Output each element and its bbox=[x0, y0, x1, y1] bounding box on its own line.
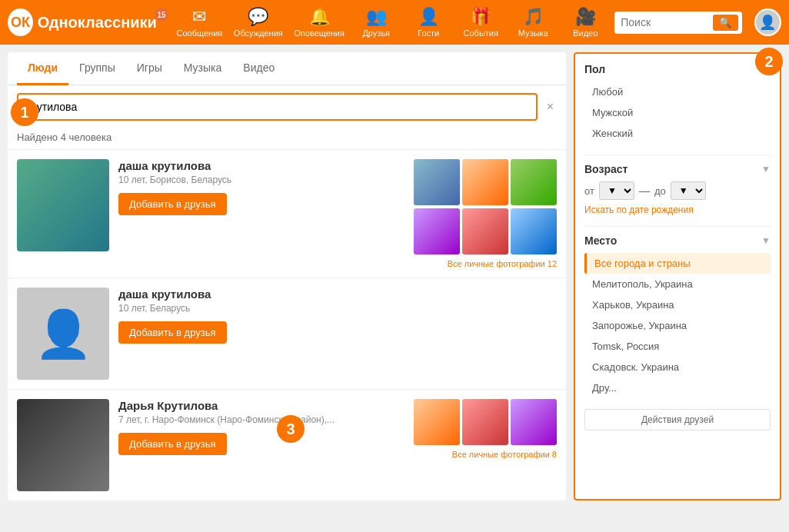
nav-friends-label: Друзья bbox=[362, 28, 390, 38]
person-avatar-1 bbox=[17, 159, 109, 251]
photo-thumb bbox=[462, 399, 508, 445]
age-from-select[interactable]: ▼ bbox=[599, 181, 634, 200]
photos-link-1[interactable]: Все личные фотографии 12 bbox=[448, 259, 557, 268]
divider-1 bbox=[584, 155, 771, 155]
photo-thumb bbox=[414, 208, 460, 254]
nav-guests-label: Гости bbox=[418, 28, 439, 38]
age-to-label: до bbox=[654, 185, 666, 197]
age-to-select[interactable]: ▼ bbox=[671, 181, 706, 200]
music-icon: 🎵 bbox=[523, 7, 544, 27]
gender-filter-header: Пол ▼ bbox=[584, 63, 771, 75]
age-arrow-icon: ▼ bbox=[761, 164, 771, 175]
place-option-zaporizhe[interactable]: Запорожье, Украина bbox=[584, 315, 771, 336]
nav-search-input[interactable] bbox=[621, 16, 713, 28]
gender-option-any[interactable]: Любой bbox=[584, 81, 771, 102]
results-count: Найдено 4 человека bbox=[8, 128, 566, 149]
video-icon: 🎥 bbox=[575, 7, 596, 27]
person-card-3: Дарья Крутилова 7 лет, г. Наро-Фоминск (… bbox=[8, 389, 566, 500]
events-icon: 🎁 bbox=[471, 7, 491, 27]
people-search-area: × bbox=[8, 85, 566, 128]
age-from-label: от bbox=[584, 185, 594, 197]
topnav: ОК Одноклассники 15 ✉ Сообщения 💬 Обсужд… bbox=[0, 0, 789, 45]
nav-guests[interactable]: 👤 Гости bbox=[405, 4, 451, 41]
person-info-3: Дарья Крутилова 7 лет, г. Наро-Фоминск (… bbox=[118, 399, 401, 455]
messages-badge: 15 bbox=[155, 8, 168, 22]
person-details-2: 10 лет, Беларусь bbox=[118, 303, 557, 314]
nav-events[interactable]: 🎁 События bbox=[458, 4, 504, 41]
place-filter: Место ▼ Все города и страны Мелитополь, … bbox=[584, 234, 771, 398]
person-card-1: даша крутилова 10 лет, Борисов, Беларусь… bbox=[8, 149, 566, 278]
tab-music[interactable]: Музыка bbox=[173, 52, 233, 85]
friends-icon: 👥 bbox=[366, 7, 387, 27]
nav-messages-label: Сообщения bbox=[177, 28, 223, 38]
place-option-friends[interactable]: Дру... bbox=[584, 377, 771, 398]
person-details-1: 10 лет, Борисов, Беларусь bbox=[118, 175, 401, 185]
brand-name: Одноклассники bbox=[38, 14, 157, 32]
age-title: Возраст bbox=[584, 163, 628, 175]
user-avatar[interactable]: 👤 bbox=[754, 8, 781, 36]
place-option-melitopol[interactable]: Мелитополь, Украина bbox=[584, 274, 771, 294]
age-filter: Возраст ▼ от ▼ — до ▼ Искать по дате рож… bbox=[584, 163, 771, 215]
place-arrow-icon: ▼ bbox=[761, 235, 771, 246]
birthday-link[interactable]: Искать по дате рождения bbox=[584, 204, 771, 215]
messages-icon: ✉ bbox=[192, 7, 206, 27]
place-option-tomsk[interactable]: Tomsk, Россия bbox=[584, 336, 771, 357]
annotation-3: 3 bbox=[277, 415, 305, 443]
nav-notifications[interactable]: 🔔 Оповещения bbox=[291, 4, 347, 41]
guests-icon: 👤 bbox=[418, 7, 439, 27]
photos-link-3[interactable]: Все личные фотографии 8 bbox=[452, 450, 557, 459]
photo-thumb bbox=[511, 399, 557, 445]
photo-thumb bbox=[414, 399, 460, 445]
gender-filter: Пол ▼ Любой Мужской Женский bbox=[584, 63, 771, 144]
notifications-icon: 🔔 bbox=[309, 7, 330, 27]
logo[interactable]: ОК Одноклассники 15 bbox=[8, 8, 168, 36]
add-friend-btn-2[interactable]: Добавить в друзья bbox=[118, 321, 227, 344]
nav-notifications-label: Оповещения bbox=[294, 28, 345, 38]
place-option-all[interactable]: Все города и страны bbox=[584, 253, 771, 274]
tab-people[interactable]: Люди bbox=[17, 52, 68, 85]
place-filter-header: Место ▼ bbox=[584, 234, 771, 247]
tab-games[interactable]: Игры bbox=[126, 52, 173, 85]
annotation-2: 2 bbox=[755, 48, 783, 75]
friends-action-bar[interactable]: Действия друзей bbox=[584, 409, 771, 431]
nav-search-button[interactable]: 🔍 bbox=[713, 15, 738, 31]
age-row: от ▼ — до ▼ bbox=[584, 181, 771, 200]
person-avatar-2: 👤 bbox=[17, 288, 109, 380]
nav-events-label: События bbox=[464, 28, 498, 38]
nav-discussions[interactable]: 💬 Обсуждения bbox=[231, 4, 285, 41]
annotation-1: 1 bbox=[11, 98, 38, 126]
nav-friends[interactable]: 👥 Друзья bbox=[353, 4, 399, 41]
add-friend-btn-3[interactable]: Добавить в друзья bbox=[118, 433, 227, 455]
photo-thumb bbox=[462, 208, 508, 254]
nav-messages[interactable]: ✉ Сообщения bbox=[174, 4, 225, 41]
person-info-2: даша крутилова 10 лет, Беларусь Добавить… bbox=[118, 288, 557, 344]
nav-music[interactable]: 🎵 Музыка bbox=[510, 4, 556, 41]
gender-option-female[interactable]: Женский bbox=[584, 123, 771, 144]
nav-search-box: 🔍 bbox=[614, 12, 742, 34]
people-search-input[interactable] bbox=[17, 93, 538, 121]
nav-music-label: Музыка bbox=[518, 28, 548, 38]
person-name-3: Дарья Крутилова bbox=[118, 399, 401, 412]
photos-section-3: Все личные фотографии 8 bbox=[411, 399, 557, 459]
gender-title: Пол bbox=[584, 63, 605, 75]
photo-thumb bbox=[511, 159, 557, 205]
ok-icon: ОК bbox=[8, 8, 33, 36]
place-option-skadovsk[interactable]: Скадовск. Украина bbox=[584, 357, 771, 377]
right-panel: Пол ▼ Любой Мужской Женский Возраст ▼ от… bbox=[574, 52, 781, 500]
person-card-2: 👤 даша крутилова 10 лет, Беларусь Добави… bbox=[8, 278, 566, 389]
nav-video[interactable]: 🎥 Видео bbox=[562, 4, 608, 41]
clear-search-button[interactable]: × bbox=[544, 97, 557, 117]
tab-video[interactable]: Видео bbox=[232, 52, 285, 85]
place-option-kharkov[interactable]: Харьков, Украина bbox=[584, 294, 771, 315]
add-friend-btn-1[interactable]: Добавить в друзья bbox=[118, 193, 227, 215]
person-details-3: 7 лет, г. Наро-Фоминск (Наро-Фоминский р… bbox=[118, 414, 401, 425]
photo-thumb bbox=[511, 208, 557, 254]
person-info-1: даша крутилова 10 лет, Борисов, Беларусь… bbox=[118, 159, 401, 215]
gender-option-male[interactable]: Мужской bbox=[584, 102, 771, 123]
photo-thumb bbox=[462, 159, 508, 205]
tab-groups[interactable]: Группы bbox=[68, 52, 126, 85]
person-name-2: даша крутилова bbox=[118, 288, 557, 301]
divider-2 bbox=[584, 226, 771, 227]
nav-video-label: Видео bbox=[573, 28, 598, 38]
person-avatar-3 bbox=[17, 399, 109, 491]
